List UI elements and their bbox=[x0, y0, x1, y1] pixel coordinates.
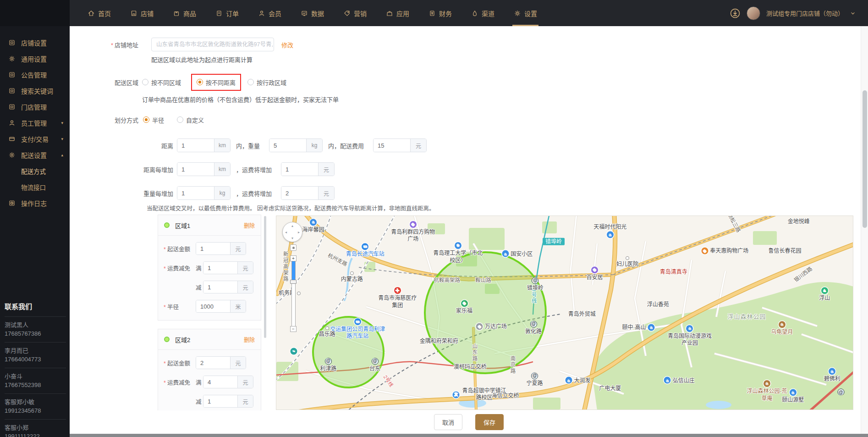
sidebar-item-员工管理[interactable]: 员工管理▾ bbox=[0, 115, 70, 131]
zoom-out-button[interactable]: − bbox=[290, 326, 297, 332]
avatar[interactable] bbox=[747, 6, 760, 20]
map-label: ＋青岛市海慈医疗集团 bbox=[378, 287, 417, 309]
sidebar-item-搜索关键词[interactable]: 搜索关键词 bbox=[0, 83, 70, 99]
store-name[interactable]: 测试组专用门店店铺（勿动） bbox=[766, 9, 844, 17]
sidebar-subitem-配送方式[interactable]: 配送方式 bbox=[0, 163, 70, 179]
map-label: ▭交运集团公司青岛利津路汽车站 bbox=[329, 318, 386, 340]
window-scrollbar[interactable] bbox=[861, 26, 868, 434]
radio-circle[interactable] bbox=[143, 116, 149, 123]
app-window: 首页店铺商品订单会员数据营销应用财务渠道设置 测试组专用门店店铺（勿动） 店铺设… bbox=[0, 0, 868, 437]
fee-input[interactable] bbox=[281, 163, 318, 176]
map-label: 昌乐路 bbox=[319, 326, 335, 337]
radio-circle[interactable] bbox=[142, 79, 148, 85]
radio-area-按不同区域[interactable]: 按不同区域 bbox=[142, 78, 181, 87]
zoom-track[interactable] bbox=[291, 261, 296, 280]
radio-division-自定义[interactable]: 自定义 bbox=[177, 116, 204, 124]
region-input[interactable] bbox=[203, 281, 237, 293]
region-field-label: 半径 bbox=[164, 302, 196, 311]
nav-item-会员[interactable]: 会员 bbox=[248, 0, 291, 26]
region-input[interactable] bbox=[203, 262, 237, 274]
fee-input[interactable] bbox=[177, 139, 214, 152]
radio-division-半径[interactable]: 半径 bbox=[143, 116, 164, 124]
scrollbar-thumb[interactable] bbox=[863, 90, 867, 228]
radio-circle[interactable] bbox=[197, 79, 203, 85]
nav-item-设置[interactable]: 设置 bbox=[504, 0, 547, 26]
sidebar-item-公告管理[interactable]: 公告管理 bbox=[0, 66, 70, 83]
save-button[interactable]: 保存 bbox=[475, 414, 504, 430]
delete-region-link[interactable]: 删除 bbox=[244, 336, 255, 343]
sidebar-item-支付/交易[interactable]: 支付/交易▾ bbox=[0, 131, 70, 147]
nav-item-数据[interactable]: 数据 bbox=[291, 0, 334, 26]
log-icon bbox=[8, 199, 16, 207]
metro-icon: @ bbox=[531, 372, 538, 379]
zoom-track-lower[interactable] bbox=[291, 284, 296, 326]
map-label-text: 妇儿医院 bbox=[616, 261, 638, 267]
nav-item-财务[interactable]: 财务 bbox=[419, 0, 461, 26]
nav-item-应用[interactable]: 应用 bbox=[376, 0, 419, 26]
person-icon bbox=[8, 119, 16, 127]
chevron-down-icon[interactable] bbox=[850, 10, 856, 17]
region-field-label: 运费减免 bbox=[164, 378, 196, 387]
user-cluster: 测试组专用门店店铺（勿动） bbox=[730, 6, 868, 20]
fee-input[interactable] bbox=[177, 163, 214, 176]
radio-circle[interactable] bbox=[247, 79, 254, 85]
fee-input[interactable] bbox=[374, 139, 410, 152]
map-label: 错埠岭 bbox=[543, 238, 565, 245]
fee-input-group: 元 bbox=[281, 162, 335, 176]
region-input[interactable] bbox=[196, 300, 230, 312]
region-input[interactable] bbox=[196, 243, 230, 254]
pan-right-icon[interactable]: ▸ bbox=[298, 230, 300, 234]
radio-circle[interactable] bbox=[177, 116, 183, 123]
map-pan-control[interactable]: ▴ ▾ ◂ ▸ bbox=[282, 222, 302, 242]
pegman-control[interactable] bbox=[290, 244, 297, 251]
modify-link[interactable]: 修改 bbox=[281, 40, 293, 49]
map-label: 青岛外贸城 bbox=[568, 311, 596, 317]
map-label: 金地悦峰 bbox=[788, 218, 810, 225]
cancel-button[interactable]: 取消 bbox=[434, 414, 462, 430]
nav-item-店铺[interactable]: 店铺 bbox=[121, 0, 163, 26]
map-label: ▲浮山 bbox=[819, 287, 830, 301]
nav-item-营销[interactable]: 营销 bbox=[334, 0, 376, 26]
contact-entry: 客服小郑19911112222 bbox=[5, 420, 66, 437]
fee-input[interactable] bbox=[281, 187, 318, 199]
nav-item-商品[interactable]: 商品 bbox=[163, 0, 206, 26]
sidebar-item-通用设置[interactable]: 通用设置 bbox=[0, 50, 70, 66]
data-icon bbox=[301, 10, 308, 17]
zoom-in-button[interactable]: + bbox=[290, 255, 297, 261]
goods-icon bbox=[173, 10, 180, 17]
bldg-icon: ⌂ bbox=[648, 324, 655, 331]
zoom-slider-thumb[interactable] bbox=[290, 280, 297, 284]
nav-item-订单[interactable]: 订单 bbox=[206, 0, 248, 26]
map-label-text: 百安居 bbox=[586, 274, 603, 281]
fee-text: 内，配送费用 bbox=[328, 141, 364, 150]
delete-region-link[interactable]: 删除 bbox=[244, 221, 255, 229]
sidebar-item-配送设置[interactable]: 配送设置▴ bbox=[0, 147, 70, 163]
nav-item-渠道[interactable]: 渠道 bbox=[461, 0, 504, 26]
sidebar-item-店铺设置[interactable]: 店铺设置 bbox=[0, 34, 70, 50]
nav-item-首页[interactable]: 首页 bbox=[78, 0, 121, 26]
fee-input[interactable] bbox=[269, 139, 306, 152]
region-input[interactable] bbox=[203, 376, 237, 388]
region-scrollbar[interactable] bbox=[264, 216, 266, 338]
region-input[interactable] bbox=[203, 395, 237, 407]
sidebar-subitem-物流接口[interactable]: 物流接口 bbox=[0, 179, 70, 195]
bldg-icon: ⌂ bbox=[607, 232, 614, 238]
pan-down-icon[interactable]: ▾ bbox=[291, 236, 293, 240]
sidebar-item-label: 通用设置 bbox=[21, 54, 47, 63]
pan-up-icon[interactable]: ▴ bbox=[291, 224, 293, 228]
fee-input[interactable] bbox=[177, 187, 214, 199]
sidebar-item-门店管理[interactable]: 门店管理 bbox=[0, 99, 70, 115]
radio-area-按行政区域[interactable]: 按行政区域 bbox=[247, 78, 286, 87]
map[interactable]: ⌂海岸馨园◆青岛利群四方购物广场▭青岛长途汽车站★青岛理工大学（市北校区）⌂国安… bbox=[276, 216, 853, 410]
sidebar-item-操作日志[interactable]: 操作日志 bbox=[0, 195, 70, 211]
radio-area-按不同距离[interactable]: 按不同距离 bbox=[191, 74, 241, 91]
download-icon[interactable] bbox=[730, 8, 741, 19]
nav-label: 渠道 bbox=[482, 9, 494, 18]
fee-input-group: km bbox=[177, 162, 231, 176]
address-input[interactable]: 山东省青岛市市北区敦化路街道敦化路97号青, bbox=[151, 38, 274, 51]
division-label: 划分方式 bbox=[70, 116, 138, 124]
map-zoom-control: + − bbox=[290, 255, 297, 332]
pan-left-icon[interactable]: ◂ bbox=[285, 230, 287, 234]
map-label: 金隅和府荣和府 bbox=[420, 337, 458, 344]
region-input[interactable] bbox=[196, 357, 230, 369]
